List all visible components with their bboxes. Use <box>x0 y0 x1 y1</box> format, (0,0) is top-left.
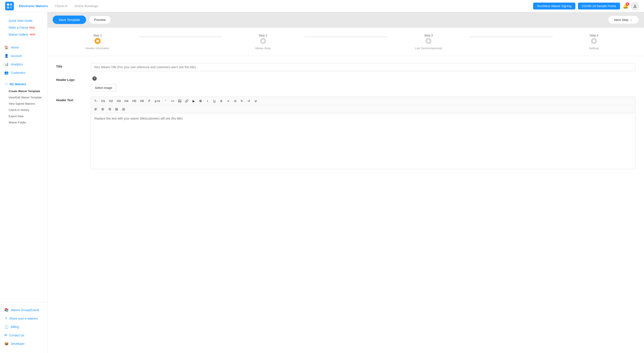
refer-label: Refer a Friend <box>9 26 28 29</box>
step-4: Step 4 Settings <box>553 34 635 50</box>
rte-toolbar: T↕ H1 H2 H3 H4 H5 H6 P pre “ <> <box>91 97 635 113</box>
rte-p-button[interactable]: P <box>146 98 152 104</box>
sidebar-item-export-data[interactable]: Export Data <box>4 113 47 119</box>
rte-ordered-list-button[interactable]: 1 2 3 <box>232 98 238 104</box>
sidebar-item-gallery[interactable]: Waiver Gallery NEW <box>4 31 43 38</box>
next-step-button[interactable]: Next Step → <box>608 16 639 24</box>
rte-h6-button[interactable]: H6 <box>138 98 146 104</box>
sidebar-item-developer[interactable]: 📦 Developer <box>0 340 47 348</box>
image-icon <box>178 100 181 102</box>
sidebar-item-analytics[interactable]: 📊 Analytics <box>0 60 47 68</box>
step-1-circle <box>94 38 100 44</box>
header-logo-label-text: Header Logo <box>56 78 75 82</box>
header-text-row: Header Text T↕ H1 H2 H3 H4 H5 H6 P pre “ <box>56 97 635 169</box>
sidebar-item-waiver-folder[interactable]: Waiver Folder <box>4 119 47 126</box>
rte-font-size-button[interactable]: T↕ <box>92 98 99 104</box>
nav-check-in[interactable]: Check-in <box>55 4 68 8</box>
svg-point-7 <box>179 100 180 101</box>
rte-underline-button[interactable]: U <box>211 98 218 104</box>
step-2: Step 2 Waiver Body <box>222 34 304 50</box>
preview-button[interactable]: Preview <box>89 16 111 24</box>
sidebar-item-customers[interactable]: 👥 Customers <box>0 68 47 77</box>
align-right-icon <box>108 108 111 111</box>
rte-h2-button[interactable]: H2 <box>107 98 114 104</box>
title-input[interactable] <box>91 63 635 71</box>
covid-sample-forms-button[interactable]: COVID-19 Sample Forms <box>578 2 620 10</box>
sidebar-item-view-signed[interactable]: View Signed Waivers <box>4 100 47 107</box>
rte-italic-button[interactable]: I <box>204 98 211 104</box>
connector-1-2 <box>139 37 222 37</box>
sidebar-item-view-edit-waiver[interactable]: View/Edit Waiver Template <box>4 94 47 100</box>
indent-icon <box>122 108 125 111</box>
rte-align-justify-button[interactable] <box>113 106 120 112</box>
rte-redo-button[interactable]: ↻ <box>239 98 245 104</box>
sidebar-bottom: 📚 Waiver Group(Event) ↗ Share your e-wai… <box>0 302 47 348</box>
sidebar-item-home[interactable]: 🏠 Home <box>0 43 47 52</box>
select-image-button[interactable]: Select image <box>91 84 116 92</box>
rte-h3-button[interactable]: H3 <box>115 98 122 104</box>
account-label: Account <box>11 54 22 58</box>
nav-online-bookings[interactable]: Online Bookings <box>74 4 98 8</box>
notification-bell[interactable]: 🔔 2 <box>623 3 628 9</box>
step-2-label: Waiver Body <box>255 46 271 50</box>
rte-align-center-button[interactable] <box>100 106 106 112</box>
rte-align-right-button[interactable] <box>106 106 113 112</box>
my-waivers-section: 📄 My Waivers Create Waiver Template View… <box>0 80 47 126</box>
my-waivers-title[interactable]: 📄 My Waivers <box>0 80 47 88</box>
align-left-icon <box>94 108 97 111</box>
nav-actions: Touchless Waiver Signing COVID-19 Sample… <box>533 2 639 10</box>
rte-align-left-button[interactable] <box>92 106 99 112</box>
touchless-waiver-button[interactable]: Touchless Waiver Signing <box>533 2 575 10</box>
title-row: Title <box>56 63 635 71</box>
rte-image-button[interactable] <box>176 98 183 104</box>
rte-link-button[interactable] <box>184 98 190 104</box>
step-2-circle-inner <box>262 40 264 42</box>
my-waivers-sub-items: Create Waiver Template View/Edit Waiver … <box>0 88 47 126</box>
steps-row: Step 1 Header Information Step 2 Waiver … <box>56 34 635 50</box>
step-3-circle-inner <box>427 40 430 42</box>
svg-rect-1 <box>7 4 9 6</box>
analytics-label: Analytics <box>11 62 23 66</box>
rte-video-button[interactable]: ▶ <box>190 98 197 104</box>
rte-h4-button[interactable]: H4 <box>123 98 130 104</box>
nav-electronic-waivers[interactable]: Electronic Waivers <box>19 4 48 8</box>
rte-blockquote-button[interactable]: “ <box>162 98 169 104</box>
top-navigation: Electronic Waivers Check-in Online Booki… <box>0 0 644 12</box>
my-waivers-label: My Waivers <box>10 82 26 86</box>
svg-rect-0 <box>5 2 14 10</box>
sidebar-item-checkin-history[interactable]: Check-in History <box>4 107 47 113</box>
sidebar-item-quick-start[interactable]: Quick Start Guide <box>4 17 43 24</box>
rte-unordered-list-button[interactable]: ≡ <box>225 98 231 104</box>
rte-h1-button[interactable]: H1 <box>100 98 107 104</box>
rte-indent-button[interactable] <box>120 106 127 112</box>
sidebar-item-waiver-group[interactable]: 📚 Waiver Group(Event) <box>0 306 47 314</box>
rte-content-area[interactable]: Replace this text with your waiver title… <box>91 113 635 169</box>
rte-pre-button[interactable]: pre <box>153 98 162 104</box>
step-1-label: Header Information <box>86 46 110 50</box>
rte-strikethrough-button[interactable]: S <box>218 98 224 104</box>
share-icon: ↗ <box>4 316 7 320</box>
sidebar-item-account[interactable]: 👤 Account <box>0 52 47 60</box>
rte-bold-button[interactable]: B <box>197 98 204 104</box>
sidebar-main-nav: 🏠 Home 👤 Account 📊 Analytics 👥 Customers <box>0 43 47 77</box>
gallery-new-badge: NEW <box>30 33 35 36</box>
sidebar-item-refer[interactable]: Refer a Friend NEW <box>4 24 43 31</box>
sidebar-item-contact[interactable]: ✉ Contact Us <box>0 331 47 340</box>
sidebar-item-share[interactable]: ↗ Share your e-waivers <box>0 314 47 322</box>
developer-icon: 📦 <box>4 342 9 346</box>
toolbar-left: Save Template Preview <box>53 16 111 24</box>
step-indicator: Step 1 Header Information Step 2 Waiver … <box>48 28 644 56</box>
rte-code-button[interactable]: <> <box>169 98 176 104</box>
sidebar-item-billing[interactable]: 🧾 Billing <box>0 322 47 331</box>
step-3-circle <box>426 38 432 44</box>
rte-undo-button[interactable]: ↺ <box>246 98 252 104</box>
user-avatar[interactable] <box>631 2 639 10</box>
step-4-label: Settings <box>589 46 599 50</box>
rte-clear-button[interactable]: ⊘ <box>252 98 259 104</box>
header-logo-help-icon[interactable]: ? <box>92 76 97 81</box>
sidebar-item-create-waiver[interactable]: Create Waiver Template <box>4 88 47 94</box>
svg-rect-4 <box>10 6 12 9</box>
save-template-button[interactable]: Save Template <box>53 16 86 24</box>
rte-h5-button[interactable]: H5 <box>130 98 138 104</box>
app-logo[interactable] <box>5 2 14 10</box>
